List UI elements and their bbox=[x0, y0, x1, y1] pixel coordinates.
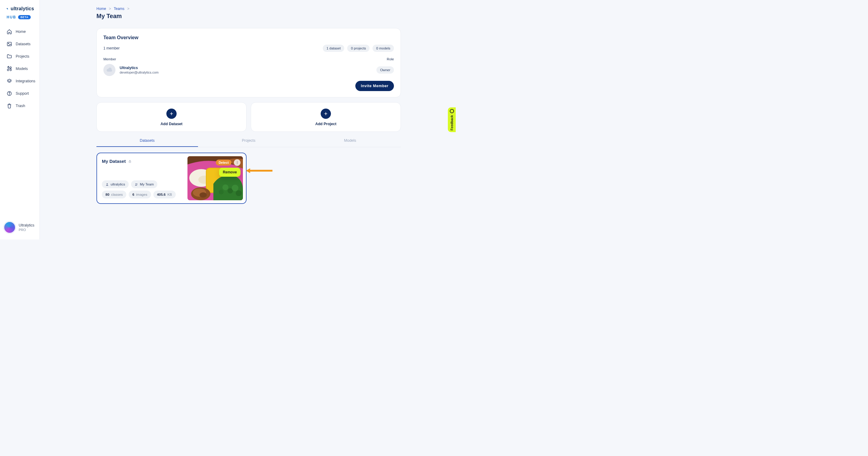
svg-point-18 bbox=[219, 190, 224, 195]
owner-label: ultralytics bbox=[111, 182, 125, 186]
card-menu-button[interactable] bbox=[234, 159, 241, 166]
sidebar-item-label: Integrations bbox=[16, 79, 35, 83]
column-member: Member bbox=[103, 57, 116, 61]
kebab-icon bbox=[236, 161, 239, 164]
sidebar-item-support[interactable]: Support bbox=[0, 88, 39, 99]
menu-item-remove[interactable]: Remove bbox=[219, 168, 241, 177]
tab-datasets[interactable]: Datasets bbox=[96, 135, 198, 147]
add-dataset-label: Add Dataset bbox=[161, 122, 183, 126]
tabs: Datasets Projects Models bbox=[96, 135, 401, 147]
classes-label: classes bbox=[111, 193, 123, 196]
stat-models: 0 models bbox=[373, 45, 394, 52]
hub-badge: HUB BETA bbox=[7, 15, 39, 19]
smile-icon bbox=[450, 109, 454, 113]
sidebar-item-label: Models bbox=[16, 67, 28, 71]
images-label: images bbox=[136, 193, 147, 196]
add-project-card[interactable]: Add Project bbox=[251, 102, 401, 132]
plus-icon bbox=[166, 109, 177, 119]
dataset-card[interactable]: My Dataset ultralytics My Team bbox=[96, 152, 247, 204]
sidebar-user[interactable]: Ultralytics PRO bbox=[0, 217, 39, 239]
user-name: Ultralytics bbox=[19, 223, 34, 227]
sidebar-item-label: Support bbox=[16, 91, 29, 95]
column-role: Role bbox=[387, 57, 394, 61]
add-project-label: Add Project bbox=[315, 122, 336, 126]
member-name: Ultralytics bbox=[120, 66, 158, 70]
member-row: Ultralytics developer@ultralytics.com Ow… bbox=[103, 64, 394, 76]
people-icon bbox=[135, 183, 138, 186]
logo[interactable]: ultralytics bbox=[0, 0, 39, 14]
sidebar-item-datasets[interactable]: Datasets bbox=[0, 38, 39, 50]
member-count: 1 member bbox=[103, 46, 120, 50]
sidebar-item-home[interactable]: Home bbox=[0, 26, 39, 37]
trash-icon bbox=[7, 103, 12, 109]
svg-point-23 bbox=[237, 161, 238, 162]
sidebar-item-label: Trash bbox=[16, 104, 25, 108]
breadcrumb-home[interactable]: Home bbox=[96, 7, 106, 11]
svg-point-22 bbox=[199, 192, 207, 198]
svg-point-7 bbox=[107, 183, 108, 184]
person-icon bbox=[105, 183, 109, 186]
sidebar-item-label: Projects bbox=[16, 54, 29, 58]
user-tier: PRO bbox=[19, 228, 34, 232]
feedback-label: Feedback bbox=[450, 115, 454, 131]
team-overview-card: Team Overview 1 member 1 dataset 0 proje… bbox=[96, 28, 401, 97]
svg-point-17 bbox=[232, 184, 239, 191]
classes-count: 80 bbox=[105, 193, 110, 196]
breadcrumb-sep: > bbox=[109, 7, 111, 11]
images-count: 6 bbox=[132, 193, 134, 196]
svg-point-19 bbox=[236, 190, 242, 196]
sidebar-item-trash[interactable]: Trash bbox=[0, 100, 39, 112]
owner-chip: ultralytics bbox=[102, 180, 129, 188]
layers-icon bbox=[7, 78, 12, 84]
invite-member-button[interactable]: Invite Member bbox=[355, 81, 394, 91]
size-chip: 405.6 KB bbox=[153, 191, 176, 198]
images-chip: 6 images bbox=[129, 191, 151, 198]
svg-point-1 bbox=[7, 8, 8, 9]
breadcrumb: Home > Teams > bbox=[96, 7, 401, 11]
dataset-title: My Dataset bbox=[102, 159, 126, 164]
size-unit: KB bbox=[167, 193, 172, 196]
member-role: Owner bbox=[376, 66, 394, 74]
lock-icon bbox=[128, 160, 132, 163]
home-icon bbox=[7, 29, 12, 34]
overview-heading: Team Overview bbox=[103, 35, 394, 40]
breadcrumb-sep: > bbox=[127, 7, 129, 11]
tab-projects[interactable]: Projects bbox=[198, 135, 300, 147]
folder-icon bbox=[7, 54, 12, 59]
svg-point-15 bbox=[222, 184, 228, 190]
svg-point-9 bbox=[136, 183, 137, 184]
tab-models[interactable]: Models bbox=[299, 135, 401, 147]
classes-chip: 80 classes bbox=[102, 191, 126, 198]
team-chip: My Team bbox=[131, 180, 157, 188]
hub-label: HUB bbox=[7, 15, 16, 19]
plus-icon bbox=[321, 109, 331, 119]
image-icon bbox=[7, 41, 12, 47]
sidebar-item-label: Home bbox=[16, 30, 26, 34]
nav: Home Datasets Projects Models Integratio… bbox=[0, 26, 39, 112]
feedback-tab[interactable]: Feedback bbox=[448, 107, 456, 132]
user-avatar bbox=[4, 221, 16, 233]
brand-name: ultralytics bbox=[10, 6, 34, 11]
add-dataset-card[interactable]: Add Dataset bbox=[96, 102, 247, 132]
command-icon bbox=[7, 66, 12, 72]
svg-point-8 bbox=[135, 183, 136, 184]
stat-projects: 0 projects bbox=[347, 45, 370, 52]
breadcrumb-teams[interactable]: Teams bbox=[114, 7, 124, 11]
svg-rect-6 bbox=[129, 161, 131, 163]
sidebar-item-models[interactable]: Models bbox=[0, 63, 39, 75]
svg-point-25 bbox=[237, 164, 238, 164]
member-avatar bbox=[103, 64, 116, 76]
sidebar-item-label: Datasets bbox=[16, 42, 30, 46]
svg-point-24 bbox=[237, 162, 238, 163]
cloud-icon bbox=[106, 67, 113, 73]
page-title: My Team bbox=[96, 13, 401, 20]
sidebar-item-projects[interactable]: Projects bbox=[0, 51, 39, 62]
help-icon bbox=[7, 91, 12, 96]
size-value: 405.6 bbox=[157, 193, 166, 196]
svg-rect-2 bbox=[7, 42, 11, 46]
team-label: My Team bbox=[140, 182, 154, 186]
detect-tag: Detect bbox=[216, 160, 231, 166]
svg-point-5 bbox=[9, 94, 9, 95]
sidebar-item-integrations[interactable]: Integrations bbox=[0, 76, 39, 87]
main: Home > Teams > My Team Team Overview 1 m… bbox=[40, 0, 456, 239]
